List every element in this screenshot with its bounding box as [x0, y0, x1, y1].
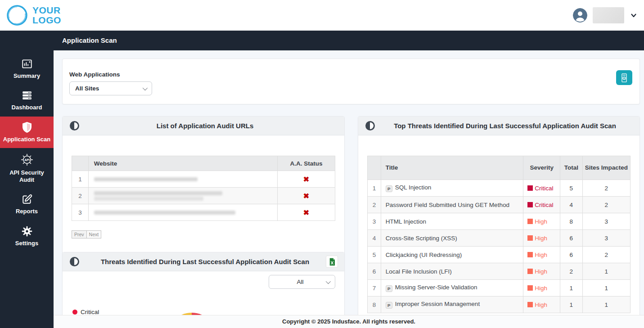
site-select-dropdown[interactable]: All Sites: [69, 81, 152, 95]
audit-urls-table-wrap: Website A.A. Status 1 ✖ 2: [63, 135, 344, 221]
premium-badge: P: [386, 302, 392, 309]
sidebar-item-label: Dashboard: [2, 104, 52, 111]
critical-legend-dot: [72, 310, 77, 315]
website-url-redacted: [88, 188, 277, 204]
threat-title: Missing Server-Side Validation: [395, 284, 477, 291]
threat-rank: 2: [368, 197, 381, 213]
threat-title-cell: Local File Inclusion (LFI): [381, 263, 523, 280]
sidebar-item-label: Reports: [2, 208, 52, 215]
threat-sites-impacted: 2: [582, 197, 630, 213]
severity-square-icon: [527, 302, 533, 307]
severity-square-icon: [527, 202, 533, 207]
threat-sites-impacted: 3: [582, 230, 630, 247]
threat-severity-cell: High: [523, 263, 560, 280]
severity-square-icon: [527, 252, 533, 257]
threat-table-row[interactable]: 8 PImproper Session Management High 1 1: [368, 297, 630, 313]
top-threats-panel-header: Top Threats Identified During Last Succe…: [358, 117, 639, 135]
audit-urls-table: Website A.A. Status 1 ✖ 2: [72, 156, 335, 221]
threat-table-row[interactable]: 2 Password Field Submitted Using GET Met…: [368, 197, 630, 213]
threat-severity-cell: Critical: [523, 197, 560, 213]
pagination: PrevNext: [72, 230, 344, 238]
threat-total: 6: [560, 230, 583, 247]
threat-title: Improper Session Management: [395, 301, 480, 307]
logo-text: YOUR LOGO: [32, 5, 61, 25]
sidebar-item-label: Application Scan: [2, 136, 52, 143]
application-scan-page: YOUR LOGO Application Scan: [0, 0, 644, 328]
top-header: YOUR LOGO: [0, 0, 644, 31]
threat-table-row[interactable]: 7 PMissing Server-Side Validation High 1…: [368, 280, 630, 297]
audit-urls-panel-title: List of Application Audit URLs: [79, 122, 344, 130]
status-failed-icon: ✖: [277, 171, 335, 188]
website-url-redacted: [88, 204, 277, 221]
copyright-text: Copyright © 2025 Indusface. All rights r…: [282, 318, 415, 325]
half-circle-icon: [70, 121, 79, 130]
sidebar-item-api-security-audit[interactable]: API API Security Audit: [0, 148, 54, 189]
main-content: Web Applications All Sites List of Appli…: [54, 50, 644, 328]
table-row: 1 ✖: [72, 171, 335, 188]
threat-title-cell: Cross-Site Scripting (XSS): [381, 230, 523, 247]
legend-item-critical: Critical: [72, 309, 99, 315]
threat-title: Password Field Submitted Using GET Metho…: [386, 202, 509, 208]
sidebar-item-application-scan[interactable]: Application Scan: [0, 117, 54, 148]
threat-sites-impacted: 3: [582, 213, 630, 230]
threat-title: HTML Injection: [386, 218, 426, 225]
sidebar-item-reports[interactable]: Reports: [0, 189, 54, 220]
threat-total: 2: [560, 263, 583, 280]
excel-file-icon: [329, 258, 336, 266]
threat-table-row[interactable]: 1 PSQL Injection Critical 5 2: [368, 180, 630, 197]
threat-title-cell: PImproper Session Management: [381, 297, 523, 313]
top-threats-table-wrap: Title Severity Total Sites Impacted 1 PS…: [358, 135, 639, 313]
prev-page-button[interactable]: Prev: [72, 230, 87, 238]
threat-table-row[interactable]: 6 Local File Inclusion (LFI) High 2 1: [368, 263, 630, 280]
sidebar-item-dashboard[interactable]: Dashboard: [0, 85, 54, 116]
threat-table-row[interactable]: 3 HTML Injection High 8 3: [368, 213, 630, 230]
severity-label: High: [535, 268, 547, 275]
severity-label: Critical: [535, 202, 553, 208]
threat-severity-cell: High: [523, 247, 560, 263]
table-row: 2 ✖: [72, 188, 335, 204]
site-select-value: All Sites: [75, 85, 99, 92]
threat-table-row[interactable]: 5 Clickjacking (UI Redressing) High 6 2: [368, 247, 630, 263]
chart-filter-dropdown[interactable]: All: [269, 275, 335, 289]
threat-total: 8: [560, 213, 583, 230]
next-page-button[interactable]: Next: [86, 230, 102, 238]
svg-text:API: API: [24, 158, 30, 162]
brand-logo[interactable]: YOUR LOGO: [5, 4, 61, 27]
threat-title-cell: Clickjacking (UI Redressing): [381, 247, 523, 263]
column-header-sites-impacted: Sites Impacted: [582, 156, 630, 180]
threat-title: SQL Injection: [395, 184, 432, 191]
sidebar-item-summary[interactable]: Summary: [0, 53, 54, 85]
row-index: 3: [72, 204, 89, 221]
sidebar-item-label: Settings: [2, 240, 52, 247]
threat-title-cell: PMissing Server-Side Validation: [381, 280, 523, 297]
dashboard-icon: [2, 90, 52, 101]
table-row: 3 ✖: [72, 204, 335, 221]
web-applications-label: Web Applications: [69, 71, 120, 78]
threat-table-row[interactable]: 4 Cross-Site Scripting (XSS) High 6 3: [368, 230, 630, 247]
severity-square-icon: [527, 269, 533, 274]
top-threats-panel: Top Threats Identified During Last Succe…: [358, 116, 640, 328]
threat-severity-cell: High: [523, 230, 560, 247]
threat-rank: 4: [368, 230, 381, 247]
threat-title-cell: Password Field Submitted Using GET Metho…: [381, 197, 523, 213]
threat-rank: 5: [368, 247, 381, 263]
half-circle-icon: [365, 121, 375, 130]
edit-icon: [2, 193, 52, 205]
severity-square-icon: [527, 235, 533, 241]
summary-icon: [2, 58, 52, 70]
user-name-redacted: [593, 7, 624, 23]
sidebar-item-settings[interactable]: Settings: [0, 220, 54, 252]
severity-label: High: [535, 235, 547, 242]
threat-title: Local File Inclusion (LFI): [386, 268, 452, 275]
threat-severity-cell: Critical: [523, 180, 560, 197]
chevron-down-icon[interactable]: [630, 11, 638, 19]
threat-severity-cell: High: [523, 280, 560, 297]
top-threats-panel-title: Top Threats Identified During Last Succe…: [375, 122, 639, 130]
threat-sites-impacted: 2: [582, 247, 630, 263]
export-excel-button[interactable]: [326, 256, 338, 268]
user-menu[interactable]: [573, 7, 638, 23]
status-failed-icon: ✖: [277, 204, 335, 221]
scan-report-button[interactable]: [616, 70, 632, 85]
threats-chart-panel-title: Threats Identified During Last Successfu…: [79, 258, 344, 265]
threat-total: 4: [560, 197, 583, 213]
